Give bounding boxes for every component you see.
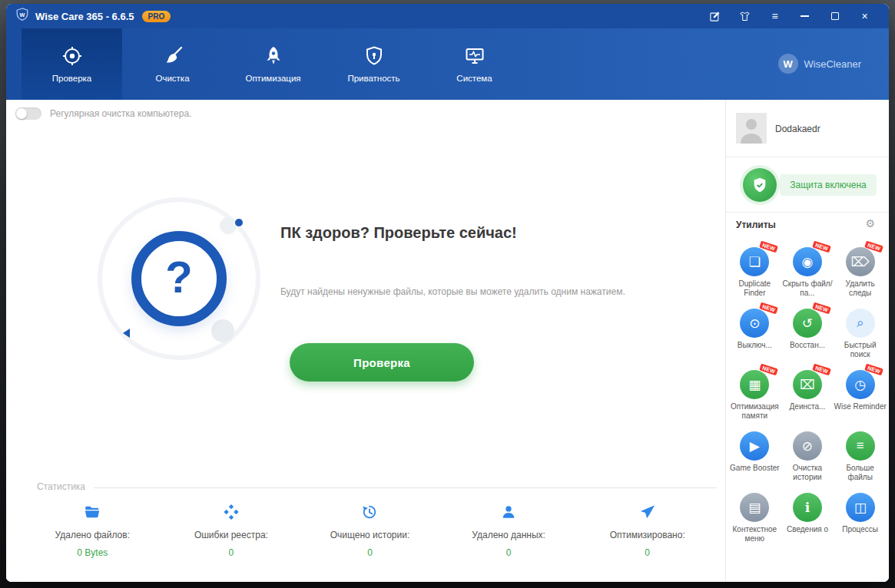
tab-label: Система: [456, 74, 492, 83]
app-window: W Wise Care 365 - 6.6.5 PRO ≡: [6, 4, 889, 582]
icon-glyph: ▤: [748, 500, 761, 516]
utility-memory-optimizer[interactable]: ▦ NEW Оптимизация памяти: [728, 365, 781, 427]
utility-label: Восстан...: [781, 341, 834, 359]
decorative-triangle: [123, 329, 130, 338]
stat-label: Оптимизировано:: [610, 530, 685, 540]
utility-label: Быстрый поиск: [834, 341, 887, 359]
nav-tabs: Проверка Очистка Оптим: [22, 28, 525, 100]
close-button[interactable]: ×: [850, 4, 880, 28]
reminder-icon: ◷ NEW: [846, 370, 875, 399]
utility-erase-traces[interactable]: ⌦ NEW Удалить следы: [834, 243, 887, 304]
utility-history-cleaner[interactable]: ⊘ NEW Очистка истории: [781, 427, 834, 488]
maximize-button[interactable]: [820, 4, 850, 28]
icon-glyph: ◷: [854, 377, 866, 393]
utility-more-tools[interactable]: ≡ NEW Больше файлы: [834, 427, 887, 488]
tab-cleanup[interactable]: Очистка: [122, 28, 223, 100]
content: Регулярная очистка компьютера. ? ПК здор…: [6, 100, 889, 582]
new-badge: NEW: [759, 241, 778, 253]
main-menu-icon[interactable]: ≡: [760, 4, 790, 28]
context-menu-icon: ▤ NEW: [740, 493, 769, 522]
icon-glyph: ⌕: [857, 315, 864, 331]
settings-gear-icon[interactable]: ⚙: [865, 217, 875, 230]
app-logo-icon: W: [15, 8, 29, 25]
stat-value: 0: [367, 547, 373, 558]
check-button[interactable]: Проверка: [290, 343, 474, 382]
utility-duplicate-finder[interactable]: ❏ NEW Duplicate Finder: [728, 243, 781, 304]
icon-glyph: ⊙: [749, 315, 760, 332]
utility-label: Game Booster: [728, 464, 781, 482]
profile-row[interactable]: Dodakaedr: [726, 100, 889, 157]
auto-clean-toggle[interactable]: [15, 107, 41, 120]
pro-badge: PRO: [142, 11, 171, 22]
tab-privacy[interactable]: Приватность: [323, 28, 424, 100]
titlebar[interactable]: W Wise Care 365 - 6.6.5 PRO ≡: [6, 4, 889, 28]
statistics-divider: [94, 487, 717, 488]
feedback-edit-icon[interactable]: [700, 4, 730, 28]
minimize-button[interactable]: [790, 4, 820, 28]
utility-label: Оптимизация памяти: [728, 402, 781, 421]
quick-search-icon: ⌕ NEW: [846, 309, 875, 338]
sidebar: Dodakaedr Защита включена Утилиты ⚙: [725, 100, 889, 582]
decorative-circle: [211, 319, 234, 342]
tab-optimization[interactable]: Оптимизация: [223, 28, 323, 100]
icon-glyph: ▶: [750, 438, 760, 454]
privacy-icon: [363, 45, 385, 67]
brand-logo-icon: W: [778, 54, 798, 74]
optimization-icon: [263, 45, 284, 67]
protection-row[interactable]: Защита включена: [726, 158, 889, 213]
stat-value: 0: [645, 547, 650, 558]
utility-label: Wise Reminder: [834, 402, 887, 421]
question-circle: ?: [131, 231, 227, 326]
utility-wise-reminder[interactable]: ◷ NEW Wise Reminder: [834, 365, 887, 427]
stat-files-removed: Удалено файлов: 0 Bytes: [23, 504, 162, 558]
utility-label: Сведения о: [781, 525, 834, 543]
utility-label: Очистка истории: [781, 464, 834, 482]
user-avatar-icon: [736, 113, 767, 144]
stat-label: Очищено истории:: [330, 530, 410, 540]
utility-recovery[interactable]: ↺ NEW Восстан...: [781, 304, 834, 365]
utility-processes[interactable]: ◫ NEW Процессы: [834, 488, 887, 550]
utility-hide-file[interactable]: ◉ NEW Скрыть файл/па...: [781, 243, 834, 304]
stat-label: Удалено данных:: [472, 530, 545, 540]
new-badge: NEW: [865, 364, 884, 376]
more-tools-icon: ≡ NEW: [846, 431, 875, 461]
decorative-dot: [235, 219, 243, 226]
utility-shutdown[interactable]: ⊙ NEW Выключ...: [728, 304, 781, 365]
icon-glyph: ⌧: [800, 377, 815, 393]
checkup-icon: [61, 45, 83, 67]
minimize-icon: [801, 15, 809, 17]
utility-context-menu[interactable]: ▤ NEW Контекстное меню: [728, 488, 781, 550]
utility-quick-search[interactable]: ⌕ NEW Быстрый поиск: [834, 304, 887, 365]
navbar: Проверка Очистка Оптим: [6, 28, 889, 100]
erase-traces-icon: ⌦ NEW: [846, 247, 875, 276]
auto-clean-label: Регулярная очистка компьютера.: [50, 108, 191, 119]
utilities-title: Утилиты: [736, 220, 776, 230]
auto-clean-row: Регулярная очистка компьютера.: [15, 107, 191, 120]
utility-system-info[interactable]: ℹ NEW Сведения о: [781, 488, 834, 550]
utility-label: Контекстное меню: [728, 525, 781, 543]
icon-glyph: ℹ: [805, 500, 810, 516]
theme-skin-icon[interactable]: [730, 4, 760, 28]
maximize-icon: [831, 12, 839, 20]
stat-value: 0: [506, 547, 512, 558]
svg-text:W: W: [20, 12, 25, 18]
utility-game-booster[interactable]: ▶ NEW Game Booster: [728, 427, 781, 488]
game-booster-icon: ▶ NEW: [740, 431, 769, 461]
brand[interactable]: W WiseCleaner: [778, 54, 861, 74]
stat-data-removed: Удалено данных: 0: [439, 504, 578, 558]
utilities-grid: ❏ NEW Duplicate Finder ◉ NEW Скрыть файл…: [728, 243, 887, 550]
utility-uninstaller[interactable]: ⌧ NEW Деинста...: [781, 365, 834, 427]
history-icon: [361, 504, 378, 520]
new-badge: NEW: [865, 241, 884, 253]
main-panel: Регулярная очистка компьютера. ? ПК здор…: [6, 100, 725, 582]
utility-label: Скрыть файл/па...: [781, 279, 834, 298]
tab-system[interactable]: Система: [424, 28, 525, 100]
brand-name: WiseCleaner: [804, 58, 861, 70]
new-badge: NEW: [812, 364, 831, 376]
utility-label: Выключ...: [728, 341, 781, 359]
tab-checkup[interactable]: Проверка: [22, 28, 122, 100]
hero-headline: ПК здоров? Проверьте сейчас!: [280, 224, 517, 242]
window-title: Wise Care 365 - 6.6.5: [35, 11, 134, 22]
system-info-icon: ℹ NEW: [793, 493, 822, 522]
cleanup-icon: [162, 45, 184, 67]
